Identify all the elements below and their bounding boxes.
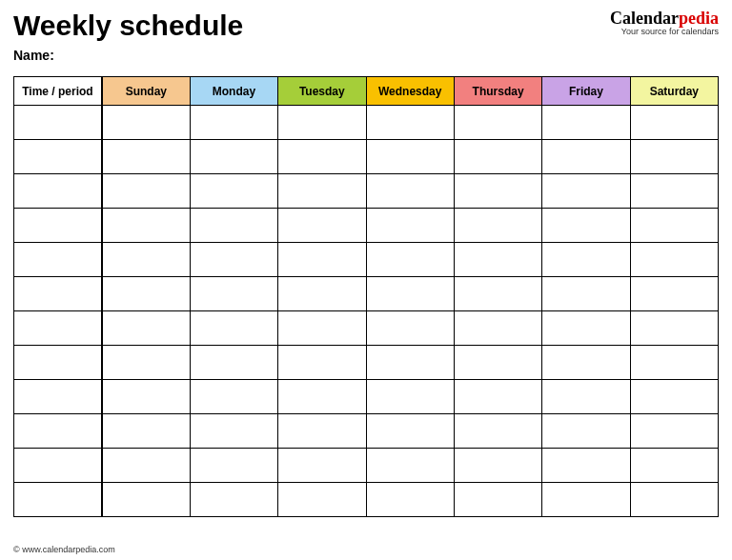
schedule-cell (630, 483, 718, 517)
schedule-cell (630, 277, 718, 311)
schedule-cell (542, 243, 630, 277)
schedule-cell (542, 414, 630, 449)
schedule-cell (366, 140, 454, 174)
schedule-cell (102, 174, 190, 209)
schedule-cell (630, 380, 718, 414)
schedule-cell (630, 311, 718, 346)
schedule-cell (102, 380, 190, 414)
schedule-cell (278, 483, 366, 517)
schedule-cell (366, 449, 454, 483)
day-header-monday: Monday (190, 77, 277, 106)
schedule-cell (454, 380, 541, 414)
schedule-cell (366, 346, 454, 380)
time-cell (14, 311, 102, 346)
schedule-cell (366, 311, 454, 346)
schedule-cell (102, 414, 190, 449)
schedule-cell (102, 140, 190, 174)
schedule-cell (630, 346, 718, 380)
schedule-cell (366, 414, 454, 449)
brand-name-part2: pedia (679, 9, 719, 28)
schedule-cell (542, 106, 630, 140)
schedule-cell (630, 449, 718, 483)
schedule-cell (278, 106, 366, 140)
time-cell (14, 414, 102, 449)
day-header-wednesday: Wednesday (366, 77, 454, 106)
time-cell (14, 174, 102, 209)
day-header-saturday: Saturday (630, 77, 718, 106)
schedule-cell (630, 140, 718, 174)
time-cell (14, 449, 102, 483)
schedule-cell (542, 380, 630, 414)
schedule-cell (278, 346, 366, 380)
schedule-cell (542, 346, 630, 380)
schedule-cell (542, 174, 630, 209)
schedule-cell (454, 449, 541, 483)
schedule-cell (102, 106, 190, 140)
name-label: Name: (13, 48, 719, 63)
schedule-cell (542, 311, 630, 346)
schedule-cell (454, 140, 541, 174)
schedule-cell (278, 380, 366, 414)
schedule-cell (102, 483, 190, 517)
brand-name: Calendarpedia (610, 10, 719, 28)
schedule-cell (454, 483, 541, 517)
schedule-cell (190, 449, 277, 483)
schedule-cell (366, 106, 454, 140)
schedule-cell (278, 277, 366, 311)
schedule-cell (190, 209, 277, 243)
brand-tagline: Your source for calendars (610, 28, 719, 36)
schedule-cell (454, 174, 541, 209)
time-cell (14, 380, 102, 414)
schedule-cell (190, 243, 277, 277)
schedule-cell (366, 243, 454, 277)
page-title: Weekly schedule (13, 10, 243, 42)
schedule-cell (454, 277, 541, 311)
day-header-thursday: Thursday (454, 77, 541, 106)
schedule-cell (190, 346, 277, 380)
time-cell (14, 483, 102, 517)
schedule-table: Time / periodSundayMondayTuesdayWednesda… (13, 76, 719, 517)
schedule-cell (542, 140, 630, 174)
schedule-cell (366, 209, 454, 243)
time-cell (14, 209, 102, 243)
schedule-cell (366, 277, 454, 311)
schedule-cell (278, 449, 366, 483)
schedule-cell (190, 140, 277, 174)
time-cell (14, 106, 102, 140)
time-cell (14, 346, 102, 380)
schedule-cell (190, 106, 277, 140)
brand-block: Calendarpedia Your source for calendars (610, 10, 719, 36)
schedule-cell (102, 209, 190, 243)
schedule-cell (102, 243, 190, 277)
schedule-cell (190, 414, 277, 449)
schedule-cell (190, 311, 277, 346)
schedule-cell (542, 449, 630, 483)
day-header-friday: Friday (542, 77, 630, 106)
schedule-cell (366, 174, 454, 209)
schedule-cell (102, 277, 190, 311)
schedule-cell (630, 106, 718, 140)
schedule-cell (630, 209, 718, 243)
schedule-cell (542, 209, 630, 243)
schedule-cell (278, 311, 366, 346)
time-cell (14, 243, 102, 277)
schedule-cell (190, 277, 277, 311)
schedule-cell (278, 414, 366, 449)
schedule-cell (542, 277, 630, 311)
schedule-cell (454, 243, 541, 277)
schedule-cell (630, 174, 718, 209)
schedule-cell (366, 483, 454, 517)
schedule-cell (278, 209, 366, 243)
schedule-cell (366, 380, 454, 414)
schedule-cell (542, 483, 630, 517)
schedule-cell (278, 140, 366, 174)
time-cell (14, 277, 102, 311)
schedule-cell (102, 346, 190, 380)
schedule-cell (454, 106, 541, 140)
schedule-cell (454, 346, 541, 380)
time-cell (14, 140, 102, 174)
schedule-cell (630, 414, 718, 449)
schedule-cell (454, 311, 541, 346)
schedule-cell (190, 380, 277, 414)
footer-copyright: © www.calendarpedia.com (13, 545, 115, 554)
